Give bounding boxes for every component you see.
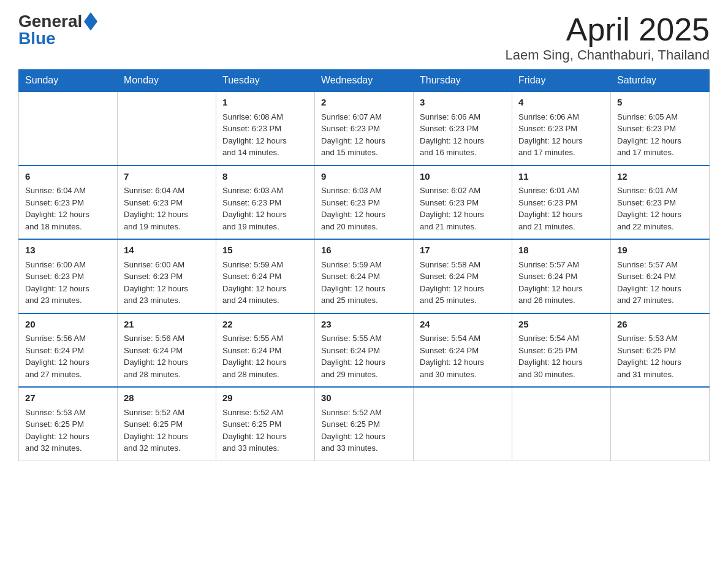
day-number: 29 [222,391,308,405]
calendar-cell: 28Sunrise: 5:52 AM Sunset: 6:25 PM Dayli… [118,387,216,461]
day-info: Sunrise: 6:01 AM Sunset: 6:23 PM Dayligh… [518,185,604,232]
calendar-cell: 27Sunrise: 5:53 AM Sunset: 6:25 PM Dayli… [19,387,118,461]
calendar-cell [611,387,710,461]
day-info: Sunrise: 5:58 AM Sunset: 6:24 PM Dayligh… [420,259,506,307]
title-block: April 2025 Laem Sing, Chanthaburi, Thail… [506,12,710,63]
day-info: Sunrise: 6:08 AM Sunset: 6:23 PM Dayligh… [222,111,308,159]
calendar-day-header: Wednesday [315,70,414,92]
day-info: Sunrise: 6:02 AM Sunset: 6:23 PM Dayligh… [420,185,506,232]
day-number: 22 [222,318,308,332]
calendar-cell [512,387,611,461]
day-info: Sunrise: 5:56 AM Sunset: 6:24 PM Dayligh… [124,332,210,380]
day-number: 2 [321,96,407,110]
calendar-cell: 10Sunrise: 6:02 AM Sunset: 6:23 PM Dayli… [414,166,512,240]
calendar-day-header: Thursday [414,70,512,92]
calendar-week-row: 1Sunrise: 6:08 AM Sunset: 6:23 PM Daylig… [19,91,710,166]
calendar-day-header: Monday [118,70,216,92]
day-number: 5 [617,96,703,110]
calendar-cell: 19Sunrise: 5:57 AM Sunset: 6:24 PM Dayli… [611,239,710,313]
calendar-cell [19,91,118,166]
day-info: Sunrise: 6:03 AM Sunset: 6:23 PM Dayligh… [321,185,407,232]
day-info: Sunrise: 5:55 AM Sunset: 6:24 PM Dayligh… [321,332,407,380]
calendar-cell: 4Sunrise: 6:06 AM Sunset: 6:23 PM Daylig… [512,91,611,166]
calendar-cell: 14Sunrise: 6:00 AM Sunset: 6:23 PM Dayli… [118,239,216,313]
day-number: 20 [25,318,111,332]
day-info: Sunrise: 5:59 AM Sunset: 6:24 PM Dayligh… [321,259,407,307]
calendar-cell: 29Sunrise: 5:52 AM Sunset: 6:25 PM Dayli… [216,387,315,461]
calendar-cell: 15Sunrise: 5:59 AM Sunset: 6:24 PM Dayli… [216,239,315,313]
calendar-week-row: 13Sunrise: 6:00 AM Sunset: 6:23 PM Dayli… [19,239,710,313]
day-info: Sunrise: 6:06 AM Sunset: 6:23 PM Dayligh… [518,111,604,159]
svg-marker-0 [84,12,97,21]
page-header: General Blue April 2025 Laem Sing, Chant… [18,12,710,63]
day-number: 30 [321,391,407,405]
day-info: Sunrise: 5:57 AM Sunset: 6:24 PM Dayligh… [617,259,703,307]
day-number: 13 [25,243,111,258]
day-number: 4 [518,96,604,110]
calendar-cell: 26Sunrise: 5:53 AM Sunset: 6:25 PM Dayli… [611,313,710,388]
calendar-cell: 11Sunrise: 6:01 AM Sunset: 6:23 PM Dayli… [512,166,611,240]
day-number: 7 [124,170,210,184]
calendar-cell: 30Sunrise: 5:52 AM Sunset: 6:25 PM Dayli… [315,387,414,461]
calendar-body: 1Sunrise: 6:08 AM Sunset: 6:23 PM Daylig… [19,91,710,461]
calendar-day-header: Tuesday [216,70,315,92]
day-number: 21 [124,318,210,332]
calendar-cell: 22Sunrise: 5:55 AM Sunset: 6:24 PM Dayli… [216,313,315,388]
calendar-day-header: Saturday [611,70,710,92]
day-info: Sunrise: 5:57 AM Sunset: 6:24 PM Dayligh… [518,259,604,307]
day-info: Sunrise: 5:52 AM Sunset: 6:25 PM Dayligh… [222,407,308,454]
calendar-cell: 3Sunrise: 6:06 AM Sunset: 6:23 PM Daylig… [414,91,512,166]
calendar-cell: 21Sunrise: 5:56 AM Sunset: 6:24 PM Dayli… [118,313,216,388]
calendar-table: SundayMondayTuesdayWednesdayThursdayFrid… [18,69,710,461]
calendar-cell: 9Sunrise: 6:03 AM Sunset: 6:23 PM Daylig… [315,166,414,240]
day-info: Sunrise: 5:54 AM Sunset: 6:25 PM Dayligh… [518,332,604,380]
calendar-cell: 13Sunrise: 6:00 AM Sunset: 6:23 PM Dayli… [19,239,118,313]
day-info: Sunrise: 5:54 AM Sunset: 6:24 PM Dayligh… [420,332,506,380]
calendar-week-row: 20Sunrise: 5:56 AM Sunset: 6:24 PM Dayli… [19,313,710,388]
calendar-cell: 17Sunrise: 5:58 AM Sunset: 6:24 PM Dayli… [414,239,512,313]
day-info: Sunrise: 5:56 AM Sunset: 6:24 PM Dayligh… [25,332,111,380]
day-number: 9 [321,170,407,184]
day-info: Sunrise: 5:52 AM Sunset: 6:25 PM Dayligh… [124,407,210,454]
day-info: Sunrise: 5:59 AM Sunset: 6:24 PM Dayligh… [222,259,308,307]
calendar-day-header: Friday [512,70,611,92]
day-number: 28 [124,391,210,405]
calendar-cell: 20Sunrise: 5:56 AM Sunset: 6:24 PM Dayli… [19,313,118,388]
day-info: Sunrise: 6:04 AM Sunset: 6:23 PM Dayligh… [25,185,111,232]
page-title: April 2025 [506,12,710,47]
day-info: Sunrise: 6:04 AM Sunset: 6:23 PM Dayligh… [124,185,210,232]
calendar-header-row: SundayMondayTuesdayWednesdayThursdayFrid… [19,70,710,92]
logo-blue-line: Blue [18,29,99,48]
day-number: 18 [518,243,604,258]
calendar-week-row: 27Sunrise: 5:53 AM Sunset: 6:25 PM Dayli… [19,387,710,461]
day-info: Sunrise: 6:06 AM Sunset: 6:23 PM Dayligh… [420,111,506,159]
calendar-cell: 16Sunrise: 5:59 AM Sunset: 6:24 PM Dayli… [315,239,414,313]
day-info: Sunrise: 5:52 AM Sunset: 6:25 PM Dayligh… [321,407,407,454]
calendar-cell: 12Sunrise: 6:01 AM Sunset: 6:23 PM Dayli… [611,166,710,240]
calendar-cell: 1Sunrise: 6:08 AM Sunset: 6:23 PM Daylig… [216,91,315,166]
day-number: 12 [617,170,703,184]
day-number: 26 [617,318,703,332]
day-info: Sunrise: 6:05 AM Sunset: 6:23 PM Dayligh… [617,111,703,159]
day-info: Sunrise: 6:03 AM Sunset: 6:23 PM Dayligh… [222,185,308,232]
day-number: 10 [420,170,506,184]
day-number: 25 [518,318,604,332]
day-number: 23 [321,318,407,332]
calendar-week-row: 6Sunrise: 6:04 AM Sunset: 6:23 PM Daylig… [19,166,710,240]
page-subtitle: Laem Sing, Chanthaburi, Thailand [506,47,710,63]
calendar-cell: 23Sunrise: 5:55 AM Sunset: 6:24 PM Dayli… [315,313,414,388]
day-number: 11 [518,170,604,184]
calendar-cell: 5Sunrise: 6:05 AM Sunset: 6:23 PM Daylig… [611,91,710,166]
day-info: Sunrise: 6:07 AM Sunset: 6:23 PM Dayligh… [321,111,407,159]
day-number: 24 [420,318,506,332]
day-number: 3 [420,96,506,110]
day-info: Sunrise: 6:00 AM Sunset: 6:23 PM Dayligh… [124,259,210,307]
calendar-cell [414,387,512,461]
calendar-cell: 8Sunrise: 6:03 AM Sunset: 6:23 PM Daylig… [216,166,315,240]
logo: General Blue [18,12,99,48]
day-info: Sunrise: 6:00 AM Sunset: 6:23 PM Dayligh… [25,259,111,307]
day-number: 1 [222,96,308,110]
day-number: 16 [321,243,407,258]
calendar-cell: 18Sunrise: 5:57 AM Sunset: 6:24 PM Dayli… [512,239,611,313]
calendar-cell: 25Sunrise: 5:54 AM Sunset: 6:25 PM Dayli… [512,313,611,388]
